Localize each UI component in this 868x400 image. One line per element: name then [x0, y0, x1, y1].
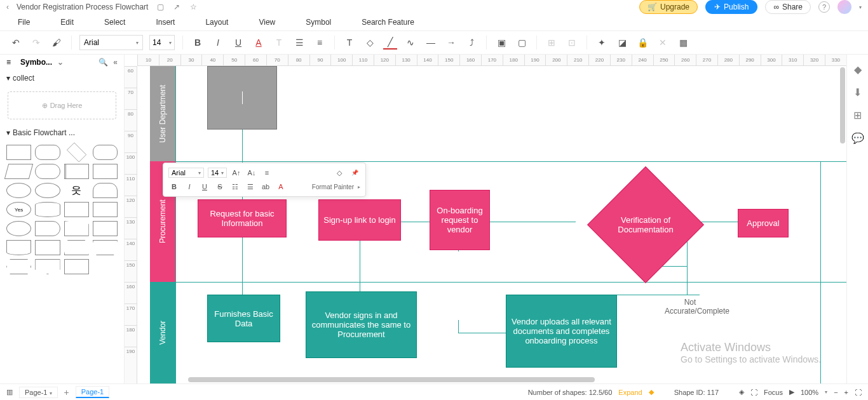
- mini-case[interactable]: ab: [260, 183, 271, 190]
- shape-document[interactable]: [6, 240, 31, 255]
- menu-edit[interactable]: Edit: [60, 18, 74, 27]
- underline-button[interactable]: U: [231, 36, 245, 50]
- help-icon[interactable]: ?: [818, 1, 830, 13]
- scrollbar-vertical[interactable]: [840, 67, 845, 143]
- shape-hexagon[interactable]: [6, 259, 31, 274]
- menu-layout[interactable]: Layout: [205, 18, 228, 27]
- search-icon[interactable]: 🔍: [98, 58, 108, 67]
- save-icon[interactable]: ▢: [156, 3, 165, 11]
- shape-predefined[interactable]: [64, 164, 89, 179]
- shape-stored[interactable]: [35, 221, 60, 236]
- redo-button[interactable]: ↷: [29, 36, 43, 50]
- mini-align[interactable]: ≡: [261, 169, 273, 177]
- shape-parallelogram[interactable]: [4, 164, 34, 179]
- shape-blank[interactable]: [93, 259, 118, 274]
- export-icon[interactable]: ⬇: [852, 86, 864, 98]
- shape-loop[interactable]: [93, 221, 118, 236]
- shape-offpage[interactable]: [35, 259, 60, 274]
- group-button[interactable]: ▢: [515, 36, 529, 50]
- shape-manual[interactable]: [64, 221, 89, 236]
- lane-vendor[interactable]: Vendor: [150, 282, 175, 383]
- mini-underline[interactable]: U: [199, 183, 210, 190]
- align-vertical-button[interactable]: ≡: [313, 36, 327, 50]
- shape-trapezoid2[interactable]: [93, 240, 118, 255]
- zoom-in-button[interactable]: +: [844, 389, 848, 396]
- shape-small-circle[interactable]: Yes: [6, 202, 31, 217]
- add-page-button[interactable]: +: [64, 387, 69, 397]
- shape-cylinder[interactable]: [35, 202, 60, 217]
- fill-button[interactable]: ◇: [363, 36, 377, 50]
- line-style-button[interactable]: ∿: [403, 36, 417, 50]
- tools-button[interactable]: ✕: [656, 36, 670, 50]
- mini-list-bullet[interactable]: ☰: [245, 183, 256, 191]
- shape-terminator[interactable]: [93, 145, 118, 160]
- shape-furnishes-data[interactable]: Furnishes Basic Data: [207, 295, 280, 342]
- open-external-icon[interactable]: ↗: [172, 3, 181, 11]
- publish-button[interactable]: ✈Publish: [705, 0, 757, 14]
- fullscreen-icon[interactable]: ⛶: [855, 389, 862, 396]
- line-weight-button[interactable]: —: [424, 36, 438, 50]
- crop-button[interactable]: ◪: [615, 36, 629, 50]
- shape-data[interactable]: [93, 164, 118, 179]
- mini-bold[interactable]: B: [168, 183, 180, 190]
- arrow-button[interactable]: →: [444, 36, 458, 50]
- shape-onboarding-request[interactable]: On-boarding request to vendor: [430, 190, 490, 250]
- lock-button[interactable]: 🔒: [635, 36, 649, 50]
- comment-icon[interactable]: 💬: [852, 132, 864, 143]
- shape-card[interactable]: [64, 202, 89, 217]
- mini-pin-icon[interactable]: 📌: [349, 170, 360, 176]
- lane-user-department[interactable]: User Department: [150, 66, 175, 161]
- collapse-icon[interactable]: «: [113, 58, 118, 67]
- mini-strike[interactable]: S: [214, 183, 226, 190]
- shape-approval[interactable]: Approval: [738, 209, 789, 237]
- menu-select[interactable]: Select: [104, 18, 125, 27]
- mini-font-color[interactable]: A: [275, 183, 287, 190]
- align-left-button[interactable]: ☰: [292, 36, 306, 50]
- italic-button[interactable]: I: [211, 36, 225, 50]
- shape-circle[interactable]: [35, 183, 60, 198]
- scrollbar-horizontal[interactable]: [188, 377, 840, 383]
- menu-view[interactable]: View: [259, 18, 275, 27]
- shape-rect[interactable]: [6, 145, 31, 160]
- layer-button[interactable]: ▣: [494, 36, 508, 50]
- section-collect[interactable]: ▾collect: [6, 74, 118, 83]
- layers-icon[interactable]: ◈: [739, 388, 744, 396]
- shape-ellipse[interactable]: [6, 183, 31, 198]
- page-tab-1[interactable]: Page-1: [76, 386, 109, 398]
- drag-target[interactable]: ⊕Drag Here: [8, 91, 116, 119]
- shape-actor[interactable]: 웃: [64, 183, 89, 198]
- shape-internal[interactable]: [93, 202, 118, 217]
- font-color-button[interactable]: A: [252, 36, 266, 50]
- undo-button[interactable]: ↶: [9, 36, 23, 50]
- focus-label[interactable]: Focus: [764, 389, 783, 396]
- format-painter-button[interactable]: 🖌: [50, 36, 64, 50]
- text-tool-button[interactable]: T: [342, 36, 356, 50]
- align-button[interactable]: ⊞: [545, 36, 559, 50]
- mini-increase-font[interactable]: A↑: [231, 169, 242, 177]
- menu-file[interactable]: File: [18, 18, 30, 27]
- mini-format-painter-label[interactable]: Format Painter: [312, 183, 354, 190]
- line-color-button[interactable]: ╱: [383, 36, 397, 50]
- table-button[interactable]: ▦: [676, 36, 690, 50]
- star-icon[interactable]: ☆: [189, 3, 198, 11]
- menu-search[interactable]: Search Feature: [362, 18, 414, 27]
- mini-size-select[interactable]: 14▾: [208, 168, 227, 178]
- share-button[interactable]: ∞Share: [765, 0, 811, 14]
- expand-link[interactable]: Expand: [618, 389, 642, 396]
- page-select[interactable]: Page-1 ▾: [19, 387, 58, 398]
- theme-icon[interactable]: ◆: [852, 63, 864, 75]
- shape-tape[interactable]: [35, 240, 60, 255]
- effects-button[interactable]: ✦: [595, 36, 609, 50]
- connector-button[interactable]: ⤴: [465, 36, 478, 50]
- upgrade-button[interactable]: 🛒Upgrade: [639, 0, 698, 14]
- grid-icon[interactable]: ⊞: [852, 109, 864, 121]
- shape-rounded[interactable]: [35, 145, 60, 160]
- zoom-out-button[interactable]: −: [834, 389, 837, 396]
- fit-icon[interactable]: ⛶: [750, 389, 757, 396]
- mini-italic[interactable]: I: [184, 183, 195, 190]
- mini-list-num[interactable]: ☷: [229, 183, 241, 191]
- shape-diamond[interactable]: [66, 142, 86, 162]
- shape-signup-link[interactable]: Sign-up link to login: [318, 199, 401, 241]
- shape-capsule[interactable]: [35, 164, 60, 179]
- shape-vendor-signin[interactable]: Vendor signs in and communicates the sam…: [306, 291, 417, 358]
